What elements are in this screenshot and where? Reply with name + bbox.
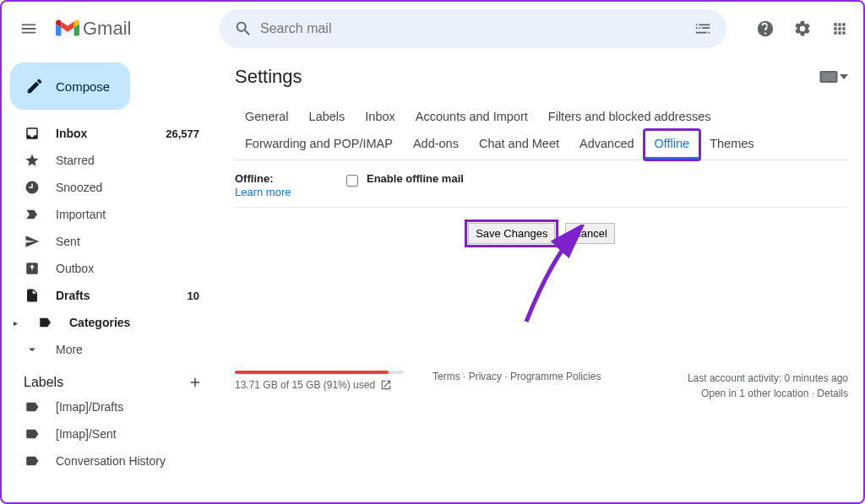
learn-more-link[interactable]: Learn more (235, 186, 291, 198)
sidebar-item-count: 10 (188, 290, 199, 302)
storage-text: 13.71 GB of 15 GB (91%) used (235, 379, 375, 391)
label-item[interactable]: [Imap]/Sent (2, 420, 211, 447)
sidebar-item-count: 26,577 (166, 127, 199, 140)
sidebar-item-outbox[interactable]: Outbox (2, 255, 211, 282)
storage-progress (235, 371, 404, 374)
svg-rect-1 (821, 73, 836, 82)
outbox-icon (24, 261, 41, 276)
labels-header: Labels (2, 363, 218, 393)
label-name: Conversation History (56, 454, 199, 468)
sent-icon (24, 234, 41, 249)
label-item[interactable]: Conversation History (2, 447, 211, 474)
tab-labels[interactable]: Labels (299, 103, 356, 130)
search-options-icon[interactable] (686, 19, 720, 38)
footer: 13.71 GB of 15 GB (91%) used Terms · Pri… (235, 371, 848, 401)
sidebar-item-label: Categories (69, 316, 199, 329)
clock-icon (24, 180, 41, 195)
settings-header: Settings (235, 66, 848, 88)
tab-advanced[interactable]: Advanced (569, 130, 645, 160)
tab-themes[interactable]: Themes (699, 130, 764, 160)
help-icon (756, 19, 775, 38)
sidebar-item-snoozed[interactable]: Snoozed (2, 174, 211, 201)
help-button[interactable] (748, 12, 782, 46)
gmail-logo-icon (56, 19, 79, 38)
body: Compose Inbox26,577StarredSnoozedImporta… (2, 56, 863, 502)
tab-general[interactable]: General (235, 103, 299, 130)
settings-button[interactable] (786, 12, 819, 46)
settings-actions: Save Changes Cancel (235, 223, 848, 244)
apps-button[interactable] (823, 12, 857, 46)
sidebar-item-label: Starred (56, 154, 199, 167)
logo-text: Gmail (83, 18, 131, 40)
save-changes-button[interactable]: Save Changes (468, 223, 555, 244)
compose-label: Compose (56, 79, 110, 94)
logo[interactable]: Gmail (56, 18, 213, 40)
sidebar-item-sent[interactable]: Sent (2, 228, 211, 255)
sidebar-item-label: Important (56, 208, 199, 221)
offline-setting-row: Offline: Learn more Enable offline mail (235, 160, 848, 208)
label-icon (24, 399, 41, 415)
header: Gmail (2, 2, 863, 56)
input-tool-selector[interactable] (819, 71, 848, 83)
sidebar-item-label: Sent (56, 235, 199, 248)
settings-tabs: GeneralLabelsInboxAccounts and ImportFil… (235, 103, 848, 160)
search-bar[interactable] (220, 9, 726, 48)
tab-inbox[interactable]: Inbox (355, 103, 405, 130)
caret-right-icon: ▸ (14, 318, 22, 328)
open-external-icon[interactable] (380, 379, 392, 391)
caret-down-icon (840, 73, 848, 81)
tab-accounts-and-import[interactable]: Accounts and Import (405, 103, 538, 130)
tab-add-ons[interactable]: Add-ons (403, 130, 469, 160)
inbox-icon (24, 126, 41, 141)
more-icon (24, 342, 41, 357)
add-label-button[interactable] (188, 375, 203, 390)
keyboard-icon (819, 71, 838, 83)
footer-links[interactable]: Terms · Privacy · Programme Policies (432, 371, 601, 382)
footer-activity: Last account activity: 0 minutes ago Ope… (688, 371, 848, 401)
tab-forwarding-and-pop-imap[interactable]: Forwarding and POP/IMAP (235, 130, 403, 160)
tab-chat-and-meet[interactable]: Chat and Meet (469, 130, 569, 160)
sidebar: Compose Inbox26,577StarredSnoozedImporta… (2, 56, 218, 502)
header-right (748, 12, 857, 46)
star-icon (24, 153, 41, 168)
label-icon (24, 426, 41, 442)
sidebar-item-label: Inbox (56, 127, 150, 140)
pencil-icon (25, 77, 44, 95)
label-icon (24, 453, 41, 469)
tab-offline[interactable]: Offline (645, 130, 700, 160)
search-icon[interactable] (226, 19, 260, 38)
label-item[interactable]: [Imap]/Drafts (2, 393, 211, 420)
search-input[interactable] (260, 21, 686, 36)
sidebar-item-label: More (56, 343, 199, 356)
important-icon (24, 207, 41, 222)
compose-button[interactable]: Compose (10, 62, 130, 110)
label-name: [Imap]/Sent (56, 427, 199, 441)
labels-title: Labels (24, 375, 63, 390)
sidebar-item-label: Outbox (56, 262, 199, 275)
tab-filters-and-blocked-addresses[interactable]: Filters and blocked addresses (538, 103, 721, 130)
sidebar-item-drafts[interactable]: Drafts10 (2, 282, 211, 309)
activity-text: Last account activity: 0 minutes ago (688, 371, 848, 386)
sidebar-item-label: Snoozed (56, 181, 199, 194)
enable-offline-checkbox[interactable] (346, 175, 358, 187)
sidebar-item-starred[interactable]: Starred (2, 147, 211, 174)
apps-grid-icon (831, 20, 848, 37)
sidebar-item-important[interactable]: Important (2, 201, 211, 228)
hamburger-icon (19, 19, 38, 38)
open-location-text[interactable]: Open in 1 other location · Details (688, 386, 848, 401)
sidebar-item-inbox[interactable]: Inbox26,577 (2, 120, 211, 147)
categories-icon (37, 315, 54, 330)
main-content: Settings GeneralLabelsInboxAccounts and … (218, 56, 863, 502)
sidebar-item-categories[interactable]: ▸Categories (2, 309, 211, 336)
settings-title: Settings (235, 66, 302, 88)
sidebar-item-more[interactable]: More (2, 336, 211, 363)
menu-button[interactable] (8, 8, 49, 49)
offline-label: Offline: (235, 172, 346, 185)
storage-info: 13.71 GB of 15 GB (91%) used (235, 371, 412, 391)
label-name: [Imap]/Drafts (56, 400, 199, 414)
gear-icon (793, 19, 812, 38)
plus-icon (188, 375, 203, 390)
draft-icon (24, 288, 41, 303)
cancel-button[interactable]: Cancel (565, 223, 614, 244)
sidebar-item-label: Drafts (56, 289, 172, 302)
